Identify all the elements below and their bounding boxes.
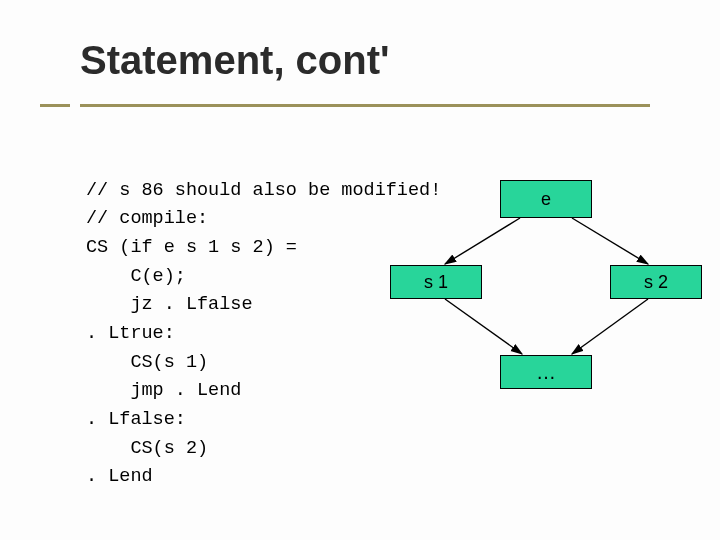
node-e: e xyxy=(500,180,592,218)
node-s2: s 2 xyxy=(610,265,702,299)
svg-line-1 xyxy=(572,218,648,264)
diagram: e s 1 s 2 … xyxy=(350,170,710,470)
node-s1: s 1 xyxy=(390,265,482,299)
svg-line-3 xyxy=(572,299,648,354)
svg-line-2 xyxy=(445,299,522,354)
slide-title: Statement, cont' xyxy=(80,38,640,85)
node-merge: … xyxy=(500,355,592,389)
accent-bar-long xyxy=(80,104,650,107)
svg-line-0 xyxy=(445,218,520,264)
accent-bar-short xyxy=(40,104,70,107)
